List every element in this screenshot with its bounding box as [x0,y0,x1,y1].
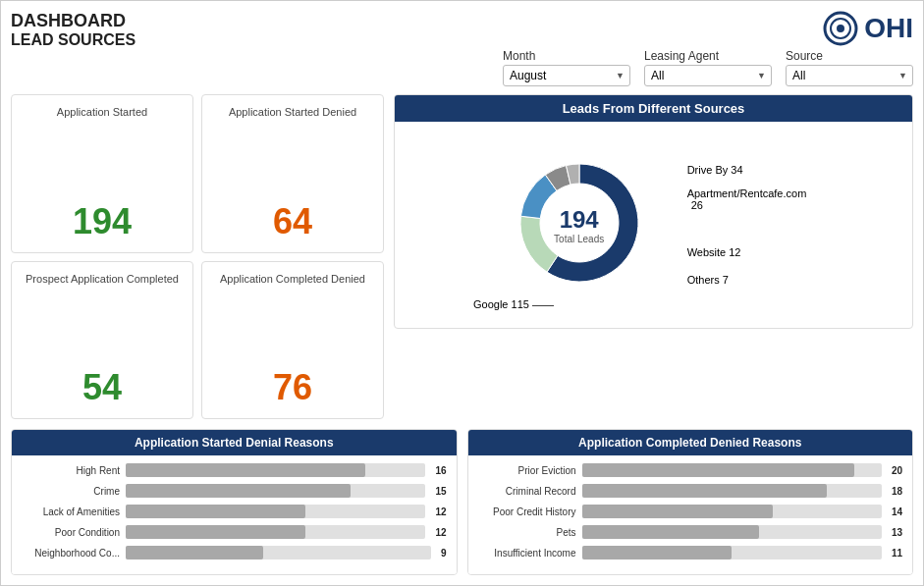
legend-website: Website 12 [687,246,807,258]
lead-sources-title: LEAD SOURCES [11,31,136,49]
bar-track [126,463,425,477]
bar-label: Neighborhood Co... [22,548,120,559]
bar-row: Crime 15 [22,484,447,498]
bar-track [582,505,882,518]
google-label: Google 115 —— [473,298,554,310]
stat-cards: Application Started 194 Application Star… [11,94,384,419]
bar-fill [582,505,773,518]
denial_completed-section: Application Completed Denied Reasons Pri… [467,429,914,575]
denial-body: High Rent 16 Crime 15 Lack of Amenities [12,455,457,574]
bar-track [582,463,882,477]
stat-card: Prospect Application Completed 54 [11,261,193,420]
bar-row: Prior Eviction 20 [478,463,903,477]
bar-label: Poor Credit History [478,506,576,517]
agent-select[interactable]: All [644,65,772,86]
bar-label: Insufficient Income [478,548,576,559]
donut-total-label: Total Leads [554,234,604,244]
bar-value: 12 [435,506,446,517]
bar-row: Pets 13 [478,525,903,539]
svg-point-2 [837,25,844,32]
ohi-logo-icon [823,11,858,46]
bar-label: Pets [478,527,576,538]
source-filter-group: Source All [786,49,913,86]
bar-label: Prior Eviction [478,465,576,476]
source-select[interactable]: All [786,65,913,86]
bar-fill [582,525,759,539]
bar-label: Lack of Amenities [22,506,120,517]
drive-by-label: Drive By 34 [687,164,743,176]
bar-track [126,546,431,559]
bar-row: Poor Condition 12 [22,525,447,539]
bar-label: Criminal Record [478,486,576,497]
stat-card-value: 76 [216,367,369,408]
month-select[interactable]: August [503,65,630,86]
bar-fill [126,525,305,539]
legend-others: Others 7 [687,274,807,286]
month-filter-wrapper[interactable]: August [503,65,630,86]
bar-row: Poor Credit History 14 [478,505,903,518]
leads-section: Leads From Different Sources 194 Total L… [394,94,913,329]
bar-track [582,525,882,539]
bar-value: 11 [892,548,902,559]
bar-row: Neighborhood Co... 9 [22,546,447,559]
dashboard: DASHBOARD LEAD SOURCES OHI Month August … [0,0,924,586]
others-label: Others 7 [687,274,729,286]
bar-row: Criminal Record 18 [478,484,903,498]
stat-card-value: 194 [26,201,179,242]
bar-value: 20 [892,465,902,476]
donut-total: 194 [554,206,604,234]
top-row: DASHBOARD LEAD SOURCES OHI [11,11,913,49]
leads-body: 194 Total Leads Drive By 34 Apartment/Re… [395,122,912,328]
stat-card-value: 64 [216,201,369,242]
chart-legend: Drive By 34 Apartment/Rentcafe.com 26 We… [687,164,807,286]
donut-center: 194 Total Leads [554,206,604,244]
rentcafe-label: Apartment/Rentcafe.com [687,187,807,199]
bar-track [126,484,425,498]
website-label: Website 12 [687,246,741,258]
denial-body: Prior Eviction 20 Criminal Record 18 Poo… [468,455,913,574]
bar-row: Lack of Amenities 12 [22,505,447,518]
denial-header: Application Completed Denied Reasons [468,430,913,455]
source-filter-wrapper[interactable]: All [786,65,913,86]
bar-value: 18 [892,486,902,497]
bar-fill [126,463,365,477]
bar-fill [126,484,351,498]
bar-track [126,505,425,518]
main-content: Application Started 194 Application Star… [11,94,913,419]
bar-value: 14 [892,506,902,517]
denial-header: Application Started Denial Reasons [12,430,457,455]
bar-value: 9 [441,548,447,559]
month-label: Month [503,49,630,63]
bar-label: Poor Condition [22,527,120,538]
bar-value: 16 [435,465,446,476]
rentcafe-count: 26 [691,199,703,211]
bar-value: 15 [435,486,446,497]
month-filter-group: Month August [503,49,630,86]
legend-google: Google 115 —— [473,298,554,310]
agent-filter-group: Leasing Agent All [644,49,772,86]
stat-card: Application Started Denied 64 [201,94,384,253]
bar-fill [582,484,828,498]
stat-card-label: Application Started [26,105,179,119]
header-titles: DASHBOARD LEAD SOURCES [11,11,136,49]
stat-card-label: Prospect Application Completed [26,272,179,286]
leads-header: Leads From Different Sources [395,95,912,122]
legend-rentcafe: Apartment/Rentcafe.com 26 [687,187,807,211]
agent-filter-wrapper[interactable]: All [644,65,772,86]
source-label: Source [786,49,913,63]
right-panel: Leads From Different Sources 194 Total L… [394,94,913,419]
logo-text: OHI [864,13,913,44]
stat-card: Application Started 194 [11,94,193,253]
dashboard-title: DASHBOARD [11,11,136,31]
bar-fill [582,463,855,477]
logo: OHI [823,11,913,46]
bottom-section: Application Started Denial Reasons High … [11,429,913,575]
legend-drive-by: Drive By 34 [687,164,807,176]
bar-fill [126,546,263,559]
bar-label: Crime [22,486,120,497]
bar-track [126,525,425,539]
bar-label: High Rent [22,465,120,476]
bar-row: Insufficient Income 11 [478,546,903,559]
filters-section: Month August Leasing Agent All Source Al… [11,49,913,86]
stat-card-value: 54 [26,367,179,408]
